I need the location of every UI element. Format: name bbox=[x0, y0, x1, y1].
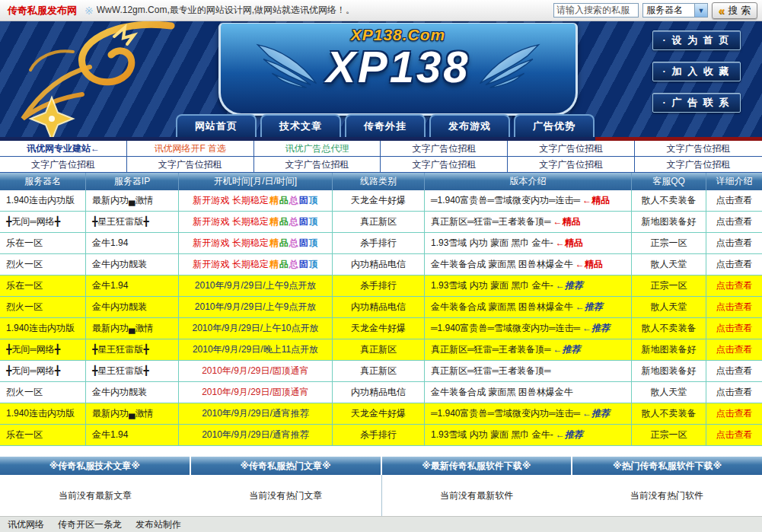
select-value: 服务器名 bbox=[643, 4, 694, 17]
server-name-cell: 乐在一区 bbox=[0, 233, 86, 254]
bottom-section-headers: ※传奇私服技术文章※ ※传奇私服热门文章※ ※最新传奇私服软件下载※ ※热门传奇… bbox=[0, 457, 762, 475]
detail-link[interactable]: 点击查看 bbox=[716, 365, 753, 377]
section-title-hot-software: ※热门传奇私服软件下载※ bbox=[572, 457, 762, 475]
detail-link[interactable]: 点击查看 bbox=[716, 428, 753, 441]
badge-品: 品 bbox=[279, 258, 289, 271]
version-text: 金牛装备合成 蒙面黑 困兽林爆金牛 bbox=[431, 258, 573, 271]
server-name-link[interactable]: 烈火一区 bbox=[6, 386, 43, 399]
server-name-link[interactable]: 烈火一区 bbox=[6, 258, 43, 271]
version-cell: 真正新区═狂雷═王者装备顶═←精品 bbox=[425, 212, 632, 233]
ad-link-r1c1[interactable]: 讯优网专业建站← bbox=[0, 141, 127, 157]
detail-link[interactable]: 点击查看 bbox=[716, 322, 753, 335]
ad-link-r2c2[interactable]: 文字广告位招租 bbox=[127, 157, 254, 173]
badge-顶: 顶 bbox=[309, 258, 318, 271]
detail-link[interactable]: 点击查看 bbox=[716, 215, 753, 228]
line-type-cell: 杀手排行 bbox=[333, 276, 425, 297]
server-name-cell: 烈火一区 bbox=[0, 297, 86, 318]
line-type-cell: 天龙金牛好爆 bbox=[333, 403, 425, 425]
tab-publish[interactable]: 发布游戏 bbox=[429, 114, 510, 137]
version-cell: 真正新区═狂雷═王者装备顶═ bbox=[425, 361, 632, 382]
server-name-link[interactable]: ╋无间═网络╋ bbox=[6, 365, 60, 377]
detail-link[interactable]: 点击查看 bbox=[716, 343, 753, 356]
server-ip-cell: 最新内功▄激情 bbox=[86, 318, 179, 339]
version-cell: ═1.940富贵兽═雪域微变内功═连击═←精品 bbox=[425, 190, 632, 212]
ad-link-r2c3[interactable]: 文字广告位招租 bbox=[254, 157, 381, 173]
tab-ad-advantage[interactable]: 广告优势 bbox=[514, 114, 595, 137]
logo-text: XP138 bbox=[326, 41, 470, 92]
server-name-link[interactable]: 烈火一区 bbox=[6, 301, 43, 314]
qq-cell: 新地图装备好 bbox=[632, 361, 706, 382]
badge-总: 总 bbox=[289, 237, 298, 250]
footer-link-xunyou[interactable]: 讯优网络 bbox=[8, 518, 44, 531]
detail-cell: 点击查看 bbox=[706, 425, 762, 446]
ad-link-r2c5[interactable]: 文字广告位招租 bbox=[508, 157, 635, 173]
server-name-link[interactable]: 乐在一区 bbox=[6, 237, 43, 250]
badge-顶: 顶 bbox=[309, 215, 318, 228]
line-type-cell: 真正新区 bbox=[333, 212, 425, 233]
ad-link-r2c4[interactable]: 文字广告位招租 bbox=[381, 157, 508, 173]
search-button[interactable]: « 搜 索 bbox=[712, 2, 757, 19]
footer-link-site-making[interactable]: 发布站制作 bbox=[136, 518, 181, 531]
server-name-cell: ╋无间═网络╋ bbox=[0, 339, 86, 361]
ad-link-r1c4[interactable]: 文字广告位招租 bbox=[381, 141, 508, 157]
version-text: 1.93雪域 内功 蒙面 黑巾 金牛- bbox=[431, 279, 553, 292]
tab-home[interactable]: 网站首页 bbox=[176, 114, 257, 137]
version-text: 真正新区═狂雷═王者装备顶═ bbox=[431, 215, 551, 228]
detail-link[interactable]: 点击查看 bbox=[716, 407, 753, 420]
ad-link-r1c5[interactable]: 文字广告位招租 bbox=[508, 141, 635, 157]
tag-recommended: ←推荐 bbox=[582, 322, 610, 335]
ad-link-r1c6[interactable]: 文字广告位招租 bbox=[635, 141, 762, 157]
tab-plugins[interactable]: 传奇外挂 bbox=[345, 114, 426, 137]
badge-精: 精 bbox=[269, 194, 279, 207]
ad-contact-button[interactable]: · 广 告 联 系 bbox=[652, 93, 741, 113]
tab-articles[interactable]: 技术文章 bbox=[260, 114, 341, 137]
qq-cell: 散人不卖装备 bbox=[632, 190, 706, 212]
detail-link[interactable]: 点击查看 bbox=[716, 301, 753, 314]
server-table: 服务器名服务器IP开机时间[月/日/时间]线路类别版本介绍客服QQ详细介绍 1.… bbox=[0, 173, 762, 446]
detail-link[interactable]: 点击查看 bbox=[716, 237, 753, 250]
server-name-link[interactable]: 乐在一区 bbox=[6, 428, 43, 441]
version-cell: ═1.940富贵兽═雪域微变内功═连击═←推荐 bbox=[425, 403, 632, 425]
table-row: 烈火一区金牛内功靓装2010年/9月/29日/固顶通宵内功精品电信金牛装备合成 … bbox=[0, 382, 762, 403]
open-time-cell: 2010年/9月/29日/固顶通宵 bbox=[179, 382, 333, 403]
server-name-link[interactable]: ╋无间═网络╋ bbox=[6, 343, 60, 356]
table-row: 烈火一区金牛内功靓装2010年/9月/29日/上午9点开放内功精品电信金牛装备合… bbox=[0, 297, 762, 318]
detail-link[interactable]: 点击查看 bbox=[716, 258, 753, 271]
line-type-cell: 天龙金牛好爆 bbox=[333, 318, 425, 339]
qq-cell: 散人不卖装备 bbox=[632, 403, 706, 425]
search-category-select[interactable]: 服务器名 ▼ bbox=[642, 3, 708, 18]
search-input[interactable] bbox=[553, 3, 639, 18]
open-time-cell: 2010年/9月/29日/固顶通宵 bbox=[179, 361, 333, 382]
open-time-text: 2010年/9月/29日/通宵推荐 bbox=[202, 428, 309, 441]
ad-link-r1c2[interactable]: 讯优网络开F 首选 bbox=[127, 141, 254, 157]
empty-hot-software: 当前没有热门软件 bbox=[572, 475, 762, 516]
server-name-link[interactable]: 乐在一区 bbox=[6, 279, 43, 292]
ad-link-r2c1[interactable]: 文字广告位招租 bbox=[0, 157, 127, 173]
line-type-cell: 内功精品电信 bbox=[333, 254, 425, 276]
table-row: 1.940连击内功版最新内功▄激情2010年/9月/29日/上午10点开放天龙金… bbox=[0, 318, 762, 339]
ad-link-r1c3[interactable]: 讯优广告总代理 bbox=[254, 141, 381, 157]
version-text: 1.93雪域 内功 蒙面 黑巾 金牛- bbox=[431, 428, 553, 441]
empty-new-software: 当前没有最新软件 bbox=[381, 475, 572, 516]
page: 传奇私服发布网 ※ WwW.12gm.Com,最专业的网站设计网,做网站就选讯优… bbox=[0, 0, 762, 532]
column-header-3: 开机时间[月/日/时间] bbox=[179, 173, 333, 190]
detail-link[interactable]: 点击查看 bbox=[716, 279, 753, 292]
server-name-link[interactable]: 1.940连击内功版 bbox=[6, 322, 75, 335]
server-name-link[interactable]: 1.940连击内功版 bbox=[6, 194, 75, 207]
footer-link-one-stop[interactable]: 传奇开区一条龙 bbox=[58, 518, 122, 531]
column-header-5: 版本介绍 bbox=[425, 173, 632, 190]
set-homepage-button[interactable]: · 设 为 首 页 bbox=[652, 30, 741, 50]
detail-link[interactable]: 点击查看 bbox=[716, 194, 753, 207]
line-type-cell: 杀手排行 bbox=[333, 233, 425, 254]
open-time-text: 2010年/9月/29日/通宵推荐 bbox=[202, 407, 309, 420]
line-type-cell: 内功精品电信 bbox=[333, 297, 425, 318]
add-favorite-button[interactable]: · 加 入 收 藏 bbox=[652, 62, 741, 81]
notice-text: WwW.12gm.Com,最专业的网站设计网,做网站就选讯优网络！。 bbox=[97, 4, 355, 17]
badge-精: 精 bbox=[269, 258, 279, 271]
server-name-link[interactable]: 1.940连击内功版 bbox=[6, 407, 75, 420]
detail-link[interactable]: 点击查看 bbox=[716, 386, 753, 399]
server-name-link[interactable]: ╋无间═网络╋ bbox=[6, 215, 60, 228]
ad-link-r2c6[interactable]: 文字广告位招租 bbox=[635, 157, 762, 173]
detail-cell: 点击查看 bbox=[706, 361, 762, 382]
chevron-down-icon[interactable]: ▼ bbox=[694, 4, 707, 17]
